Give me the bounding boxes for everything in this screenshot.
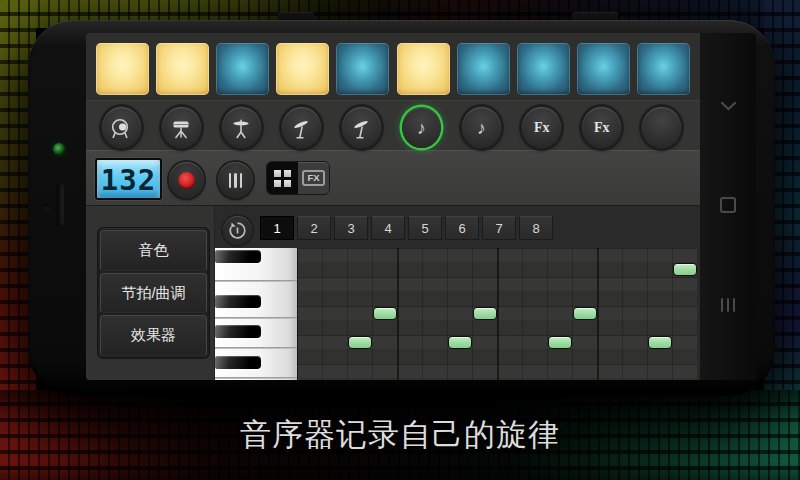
front-camera <box>43 204 51 212</box>
black-key[interactable] <box>215 356 261 369</box>
sequencer-note-c15-r6[interactable] <box>648 336 672 349</box>
sequencer-note-c7-r6[interactable] <box>448 336 472 349</box>
step-tab-4[interactable]: 4 <box>371 216 405 240</box>
nav-chevron-down-icon[interactable] <box>700 101 756 111</box>
bpm-display[interactable]: 132 <box>95 158 162 200</box>
sequencer-note-c4-r4[interactable] <box>373 307 397 320</box>
drum-pad-7-blue[interactable] <box>457 43 510 95</box>
keyboard-mode-button[interactable] <box>218 162 253 198</box>
app-screen: 132 FX 音色节拍/曲调效果器 <box>86 33 756 380</box>
white-key-divider <box>215 317 297 319</box>
sequencer-note-c11-r6[interactable] <box>548 336 572 349</box>
step-tab-8[interactable]: 8 <box>519 216 553 240</box>
step-tab-2[interactable]: 2 <box>297 216 331 240</box>
sequencer-note-c8-r4[interactable] <box>473 307 497 320</box>
fx-mode-button[interactable]: FX <box>298 162 329 194</box>
instrument-crash-cymbal-button[interactable] <box>282 107 321 148</box>
piano-keyboard[interactable] <box>215 248 297 380</box>
record-icon <box>178 172 195 189</box>
sequencer-note-c16-r1[interactable] <box>673 263 697 276</box>
speaker-slot <box>57 183 64 226</box>
instrument-crash-cymbal-button[interactable] <box>342 107 381 148</box>
sidebar-item-tone[interactable]: 音色 <box>100 230 207 271</box>
instrument-snare-drum-button[interactable] <box>162 107 201 148</box>
instrument-kick-drum-button[interactable] <box>102 107 141 148</box>
step-tab-3[interactable]: 3 <box>334 216 368 240</box>
piano-keys-icon <box>229 173 243 188</box>
record-button[interactable] <box>169 162 204 198</box>
pads-grid-icon <box>274 170 291 187</box>
screenshot-stage: 132 FX 音色节拍/曲调效果器 <box>0 0 800 480</box>
sequencer-grid[interactable] <box>297 248 697 380</box>
drum-pad-8-blue[interactable] <box>517 43 570 95</box>
black-key[interactable] <box>215 250 261 263</box>
instrument-eighth-note-button[interactable]: ♪ <box>402 107 441 148</box>
white-key-divider <box>215 347 297 349</box>
marketing-caption: 音序器记录自己的旋律 <box>0 414 800 456</box>
drum-pad-2-yellow[interactable] <box>156 43 209 95</box>
sidebar-item-effects[interactable]: 效果器 <box>100 315 207 356</box>
android-navbar <box>700 33 756 380</box>
white-key-divider <box>215 280 297 282</box>
fx-badge: FX <box>302 170 324 186</box>
loop-button[interactable] <box>223 216 252 245</box>
drum-pad-4-yellow[interactable] <box>276 43 329 95</box>
white-key-divider <box>215 377 297 379</box>
pads-fx-toggle: FX <box>266 161 330 195</box>
sequencer-sidebar: 音色节拍/曲调效果器 <box>97 227 210 359</box>
phone-frame: 132 FX 音色节拍/曲调效果器 <box>28 20 775 396</box>
drum-pad-6-yellow[interactable] <box>397 43 450 95</box>
nav-home-square-icon[interactable] <box>700 197 756 213</box>
loop-icon <box>228 221 247 240</box>
black-key[interactable] <box>215 295 261 308</box>
notification-led <box>53 143 65 155</box>
drum-pad-10-blue[interactable] <box>637 43 690 95</box>
sequencer-note-c12-r4[interactable] <box>573 307 597 320</box>
step-tab-6[interactable]: 6 <box>445 216 479 240</box>
instrument-hihat-cymbal-button[interactable] <box>222 107 261 148</box>
instrument-fx-label-button[interactable]: Fx <box>522 107 561 148</box>
drum-pad-3-blue[interactable] <box>216 43 269 95</box>
step-tab-5[interactable]: 5 <box>408 216 442 240</box>
drum-pads-panel <box>86 33 700 100</box>
pads-mode-button[interactable] <box>267 162 298 194</box>
instrument-eighth-note-button[interactable]: ♪ <box>462 107 501 148</box>
step-tab-1[interactable]: 1 <box>260 216 294 240</box>
drum-pad-9-blue[interactable] <box>577 43 630 95</box>
step-tab-7[interactable]: 7 <box>482 216 516 240</box>
drum-pad-1-yellow[interactable] <box>96 43 149 95</box>
black-key[interactable] <box>215 325 261 338</box>
sidebar-item-beat-melody[interactable]: 节拍/曲调 <box>100 273 207 314</box>
fx-text: Fx <box>534 120 550 136</box>
drum-pad-5-blue[interactable] <box>336 43 389 95</box>
sequencer-note-c3-r6[interactable] <box>348 336 372 349</box>
fx-text: Fx <box>594 120 610 136</box>
nav-menu-icon[interactable] <box>700 298 756 312</box>
